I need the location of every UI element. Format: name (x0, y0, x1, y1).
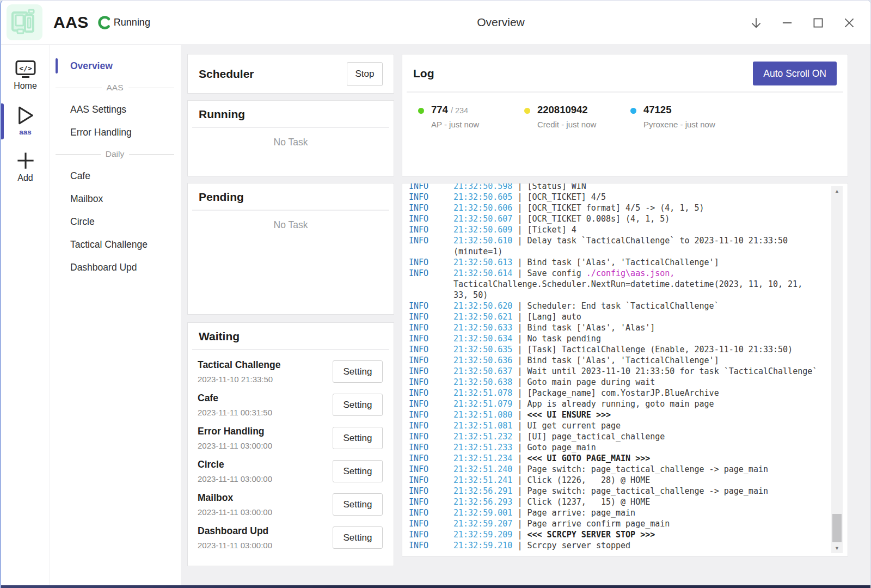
log-text: <<< UI GOTO PAGE_MAIN >>> (527, 454, 650, 463)
hide-to-tray-button[interactable] (749, 16, 763, 30)
waiting-task-circle: Circle2023-11-11 03:00:00Setting (198, 455, 383, 488)
log-entry: INFO21:32:51.232 | [UI] page_tactical_ch… (409, 431, 819, 442)
auto-scroll-toggle[interactable]: Auto Scroll ON (753, 62, 837, 85)
title-bar: AAS Running Overview (1, 1, 870, 45)
stat-text: 220810942Credit - just now (537, 104, 596, 129)
stat-text: 774/ 234AP - just now (431, 104, 479, 129)
close-button[interactable] (842, 16, 856, 30)
log-message: 21:32:51.234 | <<< UI GOTO PAGE_MAIN >>> (453, 453, 819, 464)
log-level: INFO (409, 409, 453, 420)
log-entry: INFO21:32:59.207 | Page arrive confirm p… (409, 518, 819, 529)
waiting-card: Waiting Tactical Challenge2023-11-10 21:… (187, 322, 394, 566)
log-message: 21:32:50.638 | Goto main page during wai… (453, 377, 819, 388)
log-entry: INFO21:32:50.637 | Wait until 2023-11-10… (409, 366, 819, 377)
log-level: INFO (409, 475, 453, 486)
log-text: Click (1237, 15) @ HOME (527, 497, 650, 507)
nav-section-divider-daily: Daily (50, 144, 181, 164)
divider-line (56, 88, 102, 88)
log-scrollbar[interactable]: ▲ ▼ (831, 186, 843, 553)
minimize-icon (780, 16, 794, 30)
log-level: INFO (409, 224, 453, 235)
log-entry: INFO21:32:50.598 | [Status] WIN (409, 183, 819, 192)
maximize-button[interactable] (811, 16, 825, 30)
log-level: INFO (409, 213, 453, 224)
nav-item-dashboard-upd[interactable]: Dashboard Upd (50, 256, 181, 279)
log-text: [OCR_TICKET format] 4/5 -> (4, 1, 5) (527, 203, 704, 213)
log-text: Bind task ['Alas', 'TacticalChallenge'] (527, 258, 719, 267)
log-message: 21:32:50.636 | Bind task ['Alas', 'Tacti… (453, 355, 819, 366)
log-timestamp: 21:32:59.001 (453, 508, 512, 518)
setting-button[interactable]: Setting (333, 394, 383, 416)
rail-item-add[interactable]: Add (1, 147, 50, 188)
rail-item-home[interactable]: </> Home (1, 56, 50, 96)
log-separator: | (512, 443, 527, 452)
log-separator: | (512, 356, 527, 365)
log-text: [Package_name] com.YostarJP.BlueArchive (527, 388, 719, 398)
close-icon (842, 16, 856, 30)
log-message: 21:32:50.609 | [Ticket] 4 (453, 224, 819, 235)
log-message: 21:32:50.613 | Bind task ['Alas', 'Tacti… (453, 257, 819, 268)
log-separator: | (512, 508, 527, 518)
waiting-task-name: Circle (198, 459, 272, 470)
minimize-button[interactable] (780, 16, 794, 30)
log-entry: INFO21:32:50.638 | Goto main page during… (409, 377, 819, 388)
log-level: INFO (409, 333, 453, 344)
log-level: INFO (409, 453, 453, 464)
log-text: Scrcpy server stopped (527, 541, 630, 550)
log-view[interactable]: INFO21:32:50.598 | [Status] WININFO21:32… (402, 183, 848, 556)
log-message: 21:32:51.233 | Goto page_main (453, 442, 819, 453)
log-message: 21:32:50.634 | No task pending (453, 333, 819, 344)
rail-item-aas[interactable]: aas (1, 102, 50, 141)
log-message: 21:32:50.606 | [OCR_TICKET format] 4/5 -… (453, 203, 819, 213)
log-level: INFO (409, 366, 453, 377)
setting-button[interactable]: Setting (333, 427, 383, 449)
log-message: 21:32:50.598 | [Status] WIN (453, 183, 819, 192)
log-message: 21:32:50.620 | Scheduler: End task `Tact… (453, 301, 819, 311)
window-controls (749, 1, 856, 45)
nav-item-circle[interactable]: Circle (50, 210, 181, 233)
log-separator: | (512, 225, 527, 235)
log-text: [UI] page_tactical_challenge (527, 432, 665, 442)
maximize-icon (811, 16, 825, 30)
log-separator: | (512, 432, 527, 442)
log-entry: INFO21:32:51.079 | App is already runnin… (409, 399, 819, 409)
setting-button[interactable]: Setting (333, 460, 383, 482)
log-timestamp: 21:32:50.605 (453, 192, 512, 202)
nav-section-label: AAS (107, 83, 124, 93)
log-message: 21:32:51.080 | <<< UI ENSURE >>> (453, 409, 819, 420)
scheduler-status: Running (97, 15, 150, 30)
nav-item-tactical-challenge[interactable]: Tactical Challenge (50, 233, 181, 256)
setting-button[interactable]: Setting (333, 526, 383, 549)
stat-credit: 220810942Credit - just now (524, 104, 630, 129)
play-icon (16, 106, 35, 125)
setting-button[interactable]: Setting (333, 360, 383, 383)
log-entries: INFO21:32:50.598 | [Status] WININFO21:32… (409, 183, 819, 551)
log-text: Page switch: page_tactical_challenge -> … (527, 464, 768, 474)
stat-suffix: / 234 (451, 106, 468, 115)
log-level: INFO (409, 377, 453, 388)
log-message: 21:32:50.610 | Delay task `TacticalChall… (453, 235, 819, 257)
log-message: 21:32:50.614 | Save config ./config\aas.… (453, 268, 819, 301)
log-timestamp: 21:32:50.633 (453, 323, 512, 333)
waiting-task-dashboard-upd: Dashboard Upd2023-11-11 03:00:00Setting (198, 521, 383, 554)
log-timestamp: 21:32:51.241 (453, 475, 512, 485)
scroll-up-icon[interactable]: ▲ (831, 186, 843, 196)
nav-item-error-handling[interactable]: Error Handling (50, 121, 181, 144)
stop-button[interactable]: Stop (347, 62, 383, 86)
waiting-task-text: Tactical Challenge2023-11-10 21:33:50 (198, 359, 280, 384)
waiting-task-next-run: 2023-11-11 03:00:00 (198, 507, 272, 517)
nav-item-cafe[interactable]: Cafe (50, 164, 181, 187)
nav-item-aas-settings[interactable]: AAS Settings (50, 98, 181, 121)
waiting-task-next-run: 2023-11-11 03:00:00 (198, 474, 272, 483)
home-code-monitor-icon: </> (15, 60, 36, 78)
log-level: INFO (409, 497, 453, 507)
log-text: UI get current page (527, 421, 621, 431)
stat-label: Pyroxene - just now (643, 120, 715, 129)
nav-item-mailbox[interactable]: Mailbox (50, 187, 181, 210)
log-separator: | (512, 399, 527, 409)
nav-item-overview[interactable]: Overview (50, 54, 181, 77)
scroll-down-icon[interactable]: ▼ (831, 543, 843, 553)
setting-button[interactable]: Setting (333, 493, 383, 516)
status-label: Running (114, 17, 150, 28)
scrollbar-thumb[interactable] (832, 514, 842, 542)
